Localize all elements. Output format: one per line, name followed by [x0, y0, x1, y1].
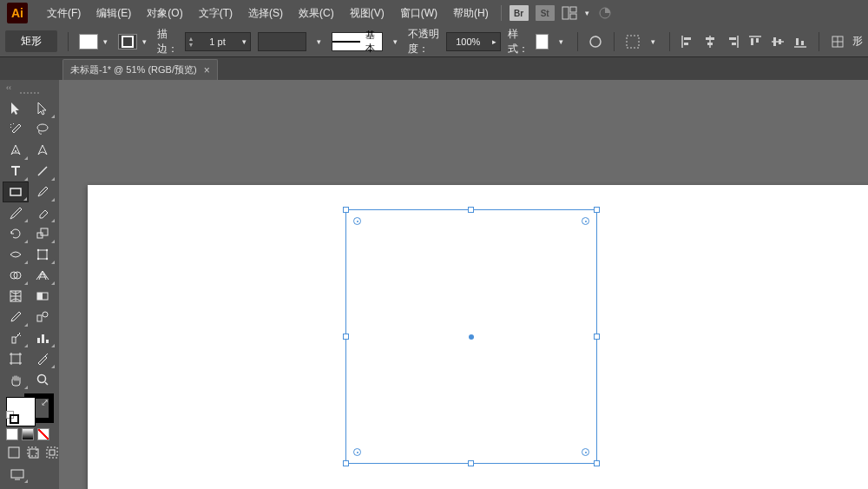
- selection-tool[interactable]: [3, 98, 29, 119]
- resize-handle-tl[interactable]: [343, 207, 349, 213]
- none-mode-icon[interactable]: [37, 428, 49, 440]
- resize-handle-ml[interactable]: [343, 334, 349, 340]
- resize-handle-mr[interactable]: [594, 334, 600, 340]
- curvature-tool[interactable]: [30, 140, 56, 161]
- arrange-documents-dropdown[interactable]: ▾: [582, 7, 593, 19]
- draw-inside-icon[interactable]: [44, 444, 60, 461]
- selection-center-point[interactable]: [469, 334, 474, 340]
- resize-handle-bm[interactable]: [468, 460, 474, 466]
- pen-tool[interactable]: [3, 140, 29, 161]
- resize-handle-tr[interactable]: [594, 207, 600, 213]
- document-tab[interactable]: 未标题-1* @ 51% (RGB/预览) ×: [62, 59, 218, 80]
- line-segment-tool[interactable]: [30, 161, 56, 182]
- align-bottom-icon[interactable]: [792, 32, 808, 51]
- graphic-style-dropdown[interactable]: ▾: [556, 36, 567, 48]
- stroke-weight-up[interactable]: ▲: [188, 36, 194, 42]
- eraser-tool[interactable]: [30, 202, 56, 223]
- swap-fill-stroke-icon[interactable]: ⤢: [41, 397, 49, 408]
- bridge-icon[interactable]: Br: [510, 5, 529, 21]
- live-corner-widget-tl[interactable]: [353, 217, 361, 225]
- type-tool[interactable]: [3, 161, 29, 182]
- menu-file[interactable]: 文件(F): [40, 3, 88, 24]
- resize-handle-tm[interactable]: [468, 207, 474, 213]
- opacity-field[interactable]: 100% ▸: [446, 32, 501, 51]
- stroke-weight-dropdown[interactable]: ▾: [239, 36, 250, 48]
- screen-mode-icon[interactable]: [6, 465, 29, 484]
- align-top-icon[interactable]: [747, 32, 763, 51]
- variable-width-dropdown[interactable]: ▾: [313, 36, 325, 48]
- fill-stroke-indicator[interactable]: ⤢: [6, 397, 54, 423]
- recolor-artwork-icon[interactable]: [588, 32, 603, 51]
- stock-icon[interactable]: St: [536, 5, 555, 21]
- gradient-tool[interactable]: [30, 286, 56, 307]
- fill-color-swatch[interactable]: [79, 34, 98, 50]
- scale-tool[interactable]: [30, 223, 56, 244]
- stroke-weight-stepper[interactable]: ▲▼ 1 pt ▾: [185, 32, 251, 51]
- graphic-style-swatch[interactable]: [536, 34, 548, 50]
- mesh-tool[interactable]: [3, 286, 29, 307]
- align-left-icon[interactable]: [680, 32, 695, 51]
- rectangle-tool[interactable]: [3, 182, 29, 202]
- align-to-dropdown-icon[interactable]: [625, 32, 641, 51]
- align-vcenter-icon[interactable]: [770, 32, 786, 51]
- resize-handle-br[interactable]: [594, 460, 600, 466]
- shaper-tool[interactable]: [3, 202, 29, 223]
- panel-drag-handle[interactable]: [3, 92, 56, 96]
- menu-edit[interactable]: 编辑(E): [89, 3, 138, 24]
- hand-tool[interactable]: [3, 369, 29, 390]
- stroke-weight-down[interactable]: ▼: [188, 42, 194, 48]
- menu-object[interactable]: 对象(O): [140, 3, 189, 24]
- draw-normal-icon[interactable]: [6, 444, 22, 461]
- perspective-grid-tool[interactable]: [30, 265, 56, 286]
- artboard[interactable]: [88, 185, 868, 489]
- symbol-sprayer-tool[interactable]: [3, 327, 29, 348]
- gradient-mode-icon[interactable]: [22, 428, 34, 440]
- blend-tool[interactable]: [30, 307, 56, 327]
- live-corner-widget-tr[interactable]: [582, 217, 589, 225]
- align-hcenter-icon[interactable]: [702, 32, 718, 51]
- brush-definition[interactable]: 基本: [332, 32, 383, 51]
- selection-bounding-box[interactable]: [345, 209, 597, 464]
- color-mode-icon[interactable]: [6, 428, 18, 440]
- column-graph-tool[interactable]: [30, 327, 56, 348]
- menu-help[interactable]: 帮助(H): [446, 3, 496, 24]
- close-icon[interactable]: ×: [204, 64, 210, 76]
- stroke-color-swatch[interactable]: [118, 34, 137, 50]
- menu-window[interactable]: 窗口(W): [393, 3, 444, 24]
- menu-type[interactable]: 文字(T): [192, 3, 240, 24]
- align-to-chevron[interactable]: ▾: [648, 36, 659, 48]
- free-transform-tool[interactable]: [30, 244, 56, 265]
- stroke-color-dropdown[interactable]: ▾: [139, 36, 150, 48]
- align-right-icon[interactable]: [725, 32, 740, 51]
- canvas-area[interactable]: [59, 80, 868, 489]
- eyedropper-tool[interactable]: [3, 307, 29, 327]
- width-tool[interactable]: [3, 244, 29, 265]
- resize-handle-bl[interactable]: [343, 460, 349, 466]
- brush-definition-dropdown[interactable]: ▾: [390, 36, 401, 48]
- slice-tool[interactable]: [30, 348, 56, 369]
- magic-wand-tool[interactable]: [3, 119, 29, 140]
- gpu-preview-icon[interactable]: [595, 3, 615, 23]
- direct-selection-tool[interactable]: [30, 98, 56, 119]
- draw-behind-icon[interactable]: [25, 444, 41, 461]
- menu-effect[interactable]: 效果(C): [292, 3, 341, 24]
- default-fill-stroke-icon[interactable]: [6, 411, 16, 421]
- menu-select[interactable]: 选择(S): [241, 3, 290, 24]
- transform-panel-toggle-icon[interactable]: [830, 32, 845, 51]
- paintbrush-tool[interactable]: [30, 182, 56, 202]
- live-corner-widget-br[interactable]: [582, 448, 589, 456]
- artboard-tool[interactable]: [3, 348, 29, 369]
- rotate-tool[interactable]: [3, 223, 29, 244]
- live-corner-widget-bl[interactable]: [353, 448, 361, 456]
- menu-view[interactable]: 视图(V): [343, 3, 391, 24]
- zoom-tool[interactable]: [30, 369, 56, 390]
- lasso-tool[interactable]: [30, 119, 56, 140]
- stroke-weight-value[interactable]: 1 pt: [197, 35, 239, 49]
- fill-color-dropdown[interactable]: ▾: [100, 36, 111, 48]
- collapse-panels-icon[interactable]: ‹‹: [3, 83, 56, 92]
- variable-width-profile[interactable]: [258, 32, 306, 51]
- opacity-value[interactable]: 100%: [447, 35, 489, 49]
- shape-builder-tool[interactable]: [3, 265, 29, 286]
- arrange-documents-icon[interactable]: [559, 3, 580, 23]
- opacity-dropdown[interactable]: ▸: [489, 37, 500, 46]
